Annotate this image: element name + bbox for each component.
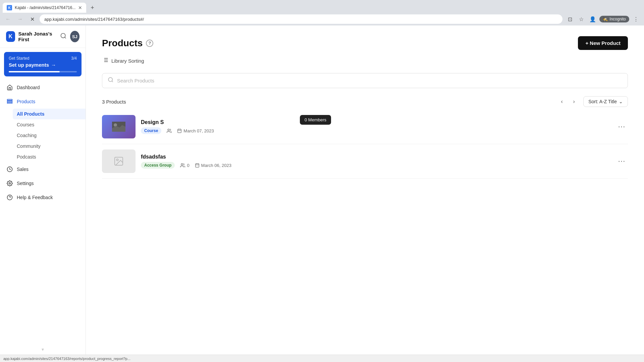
product-item: Design S Course	[102, 110, 628, 144]
svg-point-19	[168, 129, 169, 130]
bookmark-icon[interactable]: ☆	[577, 14, 586, 24]
product-date: March 07, 2023	[177, 128, 214, 133]
sidebar-item-products[interactable]: Products	[0, 95, 86, 109]
menu-icon[interactable]: ⋮	[631, 14, 641, 24]
tab-title: Kajabi - /admin/sites/214764716...	[15, 5, 75, 10]
svg-point-0	[61, 33, 65, 38]
product-more-button[interactable]: ⋯	[615, 154, 628, 168]
sidebar-item-podcasts[interactable]: Podcasts	[17, 152, 86, 162]
main-content: Products ? + New Product Library Sorting	[86, 25, 644, 355]
svg-point-6	[9, 183, 11, 184]
browser-nav: ← → ✕ app.kajabi.com/admin/sites/2147647…	[0, 13, 644, 25]
product-meta: Course March 07, 2023	[141, 127, 610, 134]
search-bar	[102, 73, 628, 88]
search-icon	[108, 77, 114, 84]
list-icon	[102, 57, 109, 65]
logo-icon: K	[8, 34, 12, 40]
help-circle-icon[interactable]: ?	[146, 40, 153, 47]
pagination-buttons: ‹ ›	[556, 96, 579, 107]
get-started-top: Get Started 3/4	[9, 56, 77, 61]
product-info: fdsadsfas Access Group 0	[141, 154, 610, 169]
status-url: app.kajabi.com/admin/sites/2147647163/re…	[3, 357, 130, 361]
page-title: Products	[102, 38, 143, 49]
thumb-placeholder	[102, 149, 136, 173]
global-search-button[interactable]	[60, 33, 67, 41]
products-count: 3 Products	[102, 99, 126, 105]
sidebar-item-label: Help & Feedback	[17, 195, 53, 200]
sidebar-logo: K	[6, 31, 15, 42]
sidebar-item-dashboard[interactable]: Dashboard	[0, 80, 86, 95]
svg-rect-2	[7, 99, 12, 100]
address-bar[interactable]: app.kajabi.com/admin/sites/2147647163/pr…	[40, 14, 562, 24]
products-icon	[6, 98, 13, 105]
product-name: Design S	[141, 119, 610, 125]
svg-point-25	[116, 159, 118, 161]
sidebar-item-settings[interactable]: Settings	[0, 176, 86, 190]
svg-point-15	[108, 77, 112, 81]
sort-dropdown[interactable]: Sort: A-Z Title ⌄	[583, 96, 628, 107]
help-icon	[6, 194, 13, 201]
products-list: Design S Course	[86, 110, 644, 179]
svg-point-26	[181, 163, 183, 165]
sidebar: K Sarah Jonas's First SJ Get Started 3/4…	[0, 25, 86, 355]
app: K Sarah Jonas's First SJ Get Started 3/4…	[0, 25, 644, 355]
sidebar-brand: Sarah Jonas's First	[18, 31, 57, 42]
profile-icon[interactable]: 👤	[588, 14, 597, 24]
product-thumbnail	[102, 149, 136, 173]
status-bar: app.kajabi.com/admin/sites/2147647163/re…	[0, 355, 644, 362]
sidebar-item-sales[interactable]: Sales	[0, 162, 86, 176]
get-started-text: Set up payments →	[9, 62, 77, 68]
main-header: Products ? + New Product	[86, 25, 644, 57]
svg-rect-4	[7, 102, 12, 103]
get-started-card[interactable]: Get Started 3/4 Set up payments →	[4, 52, 82, 76]
search-bar-wrap	[102, 73, 628, 88]
next-page-button[interactable]: ›	[569, 96, 579, 107]
sidebar-item-help[interactable]: Help & Feedback	[0, 190, 86, 204]
incognito-hat: 🕵	[603, 17, 608, 21]
sidebar-item-community[interactable]: Community	[17, 141, 86, 152]
sidebar-item-label: Dashboard	[17, 85, 40, 90]
home-icon	[6, 84, 13, 91]
incognito-badge: 🕵 Incognito	[599, 16, 629, 22]
get-started-progress	[9, 71, 77, 72]
product-meta: Access Group 0 March 06, 2023	[141, 162, 610, 169]
avatar[interactable]: SJ	[70, 31, 79, 42]
sidebar-header: K Sarah Jonas's First SJ	[0, 25, 86, 48]
product-name: fdsadsfas	[141, 154, 610, 160]
sidebar-item-all-products[interactable]: All Products	[13, 109, 86, 119]
svg-line-16	[112, 81, 113, 82]
back-button[interactable]: ←	[3, 14, 13, 24]
nav-extras: ⊡ ☆ 👤 🕵 Incognito ⋮	[565, 14, 641, 24]
products-bar: 3 Products ‹ › Sort: A-Z Title ⌄	[86, 94, 644, 110]
scroll-indicator: ▼	[0, 345, 86, 355]
tab-close-icon[interactable]: ✕	[78, 5, 82, 10]
sidebar-item-courses[interactable]: Courses	[17, 119, 86, 130]
members-tooltip: 0 Members	[300, 115, 331, 125]
svg-rect-20	[178, 129, 181, 133]
new-tab-button[interactable]: +	[88, 3, 97, 12]
active-tab[interactable]: K Kajabi - /admin/sites/214764716... ✕	[3, 3, 86, 13]
product-badge: Access Group	[141, 162, 175, 169]
get-started-count: 3/4	[71, 56, 77, 61]
forward-button[interactable]: →	[15, 14, 25, 24]
settings-icon	[6, 180, 13, 187]
library-sorting[interactable]: Library Sorting	[86, 57, 644, 70]
sidebar-item-coaching[interactable]: Coaching	[17, 130, 86, 141]
search-input[interactable]	[117, 78, 622, 83]
tab-favicon: K	[7, 5, 12, 10]
prev-page-button[interactable]: ‹	[556, 96, 567, 107]
cast-icon[interactable]: ⊡	[565, 14, 575, 24]
sidebar-item-label: Products	[17, 99, 35, 104]
product-date: March 06, 2023	[195, 163, 231, 168]
svg-rect-3	[7, 101, 12, 102]
reload-button[interactable]: ✕	[28, 14, 37, 24]
product-more-button[interactable]: ⋯	[615, 120, 628, 134]
products-bar-right: ‹ › Sort: A-Z Title ⌄	[556, 96, 628, 107]
browser-tabs: K Kajabi - /admin/sites/214764716... ✕ +	[0, 0, 644, 13]
new-product-button[interactable]: + New Product	[578, 36, 628, 50]
product-info: Design S Course	[141, 119, 610, 134]
sales-icon	[6, 166, 13, 173]
svg-rect-27	[195, 164, 199, 167]
product-thumbnail	[102, 115, 136, 138]
sidebar-item-label: Sales	[17, 167, 29, 172]
